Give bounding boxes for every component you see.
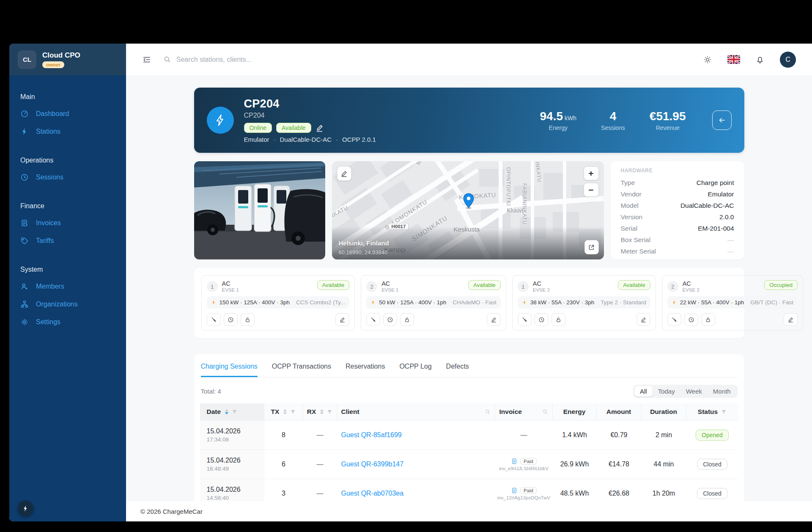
map-building xyxy=(543,173,565,199)
sidebar-item-dashboard[interactable]: Dashboard xyxy=(20,105,115,123)
client-link[interactable]: Guest QR-85af1699 xyxy=(341,431,402,439)
tab-defects[interactable]: Defects xyxy=(446,356,469,377)
column-header-duration[interactable]: Duration xyxy=(642,403,686,420)
hw-value: DualCable-DC-AC xyxy=(680,201,734,209)
sidebar-item-settings[interactable]: Settings xyxy=(20,313,115,331)
unlock-action-button[interactable] xyxy=(701,313,715,326)
app-window: CL Cloud CPO owner Main Dashboard Statio… xyxy=(9,44,812,521)
invoice-file-icon[interactable] xyxy=(511,458,518,465)
edit-connector-button[interactable] xyxy=(636,313,650,326)
filter-icon[interactable] xyxy=(232,409,237,415)
column-header-status[interactable]: Status xyxy=(686,403,738,420)
unlock-action-button[interactable] xyxy=(400,313,414,326)
station-map[interactable]: MINTTIE KAIVOKATU SALOMONKATU SIMONKATU … xyxy=(332,161,604,259)
sidebar-item-tariffs[interactable]: Tariffs xyxy=(20,232,115,250)
zoom-in-button[interactable]: + xyxy=(584,166,599,180)
hw-label: Vendor xyxy=(621,190,642,198)
sidebar-item-invoices[interactable]: Invoices xyxy=(20,214,115,232)
edit-location-button[interactable] xyxy=(337,166,351,181)
invoice-file-icon[interactable] xyxy=(511,487,518,494)
filter-icon[interactable] xyxy=(290,409,296,415)
edit-pencil-icon xyxy=(640,317,647,323)
station-photo[interactable] xyxy=(194,161,325,259)
notifications-button[interactable] xyxy=(755,55,765,64)
edit-connector-button[interactable] xyxy=(487,313,501,326)
open-map-button[interactable] xyxy=(584,240,599,254)
session-time: 14:56:40 xyxy=(207,495,229,501)
schedule-action-button[interactable] xyxy=(684,313,698,326)
schedule-action-button[interactable] xyxy=(224,313,238,326)
session-energy: 26.9 kWh xyxy=(553,450,597,479)
global-search[interactable] xyxy=(163,55,353,64)
client-link[interactable]: Guest QR-ab0703ea xyxy=(341,490,404,497)
clock-icon xyxy=(688,317,694,323)
tab-ocpp-transactions[interactable]: OCPP Transactions xyxy=(272,356,331,377)
filter-icon[interactable] xyxy=(721,409,727,415)
search-icon[interactable] xyxy=(542,409,548,415)
online-status-badge: Online xyxy=(244,123,272,133)
sidebar-item-sessions[interactable]: Sessions xyxy=(20,168,115,186)
session-row[interactable]: 15.04.2026 16:48:49 6 — Guest QR-6399b14… xyxy=(200,449,738,479)
filter-week[interactable]: Week xyxy=(680,386,708,397)
sort-icon[interactable] xyxy=(320,409,324,414)
column-header-tx[interactable]: TX xyxy=(264,403,303,420)
hw-value: EM-201-004 xyxy=(698,224,734,232)
filter-all[interactable]: All xyxy=(634,386,653,397)
edit-pencil-icon xyxy=(491,317,497,323)
theme-toggle-button[interactable] xyxy=(703,55,712,64)
sort-icon[interactable] xyxy=(225,409,228,414)
schedule-action-button[interactable] xyxy=(535,313,549,326)
tab-charging-sessions[interactable]: Charging Sessions xyxy=(201,356,258,377)
session-row[interactable]: 15.04.2026 17:34:08 8 — Guest QR-85af169… xyxy=(200,420,738,449)
tag-icon xyxy=(20,237,29,245)
session-status-badge: Closed xyxy=(697,459,727,470)
column-header-invoice[interactable]: Invoice xyxy=(495,403,553,420)
tab-reservations[interactable]: Reservations xyxy=(346,356,385,377)
cable-action-button[interactable] xyxy=(366,313,380,326)
column-header-amount[interactable]: Amount xyxy=(597,403,642,420)
unlock-action-button[interactable] xyxy=(241,313,255,326)
client-link[interactable]: Guest QR-6399b147 xyxy=(341,460,404,468)
collapse-sidebar-button[interactable] xyxy=(142,55,151,64)
cable-icon xyxy=(521,317,528,323)
zoom-out-button[interactable]: − xyxy=(584,183,599,197)
sidebar-item-stations[interactable]: Stations xyxy=(20,123,115,141)
edit-connector-button[interactable] xyxy=(335,313,349,326)
user-avatar[interactable]: C xyxy=(780,52,796,68)
station-stats: 94.5kWh Energy 4 Sessions €51.95 Revenue xyxy=(540,110,732,131)
tab-ocpp-log[interactable]: OCPP Log xyxy=(399,356,431,377)
unlock-action-button[interactable] xyxy=(551,313,565,326)
clock-icon xyxy=(387,317,393,323)
sessions-tabs: Charging Sessions OCPP Transactions Rese… xyxy=(200,356,738,378)
collapse-header-button[interactable] xyxy=(712,110,732,130)
sidebar-item-organizations[interactable]: Organizations xyxy=(20,295,115,313)
schedule-action-button[interactable] xyxy=(383,313,397,326)
session-amount: €14.78 xyxy=(597,450,642,479)
filter-today[interactable]: Today xyxy=(653,386,680,397)
edit-connector-button[interactable] xyxy=(784,313,798,326)
column-header-rx[interactable]: RX xyxy=(303,403,337,420)
column-header-date[interactable]: Date xyxy=(200,403,264,420)
column-header-energy[interactable]: Energy xyxy=(553,403,597,420)
language-switcher[interactable] xyxy=(727,55,740,64)
cable-action-button[interactable] xyxy=(518,313,532,326)
column-label: Amount xyxy=(606,408,631,416)
map-zoom-controls: + − xyxy=(584,166,599,197)
quick-charge-fab[interactable] xyxy=(18,501,33,516)
search-input[interactable] xyxy=(176,55,353,64)
column-header-client[interactable]: Client xyxy=(337,403,495,420)
hw-label: Type xyxy=(621,179,635,187)
hardware-row: Box Serial — xyxy=(621,234,734,245)
session-time: 17:34:08 xyxy=(207,436,229,443)
filter-month[interactable]: Month xyxy=(708,386,736,397)
cable-action-button[interactable] xyxy=(207,313,221,326)
hw-label: Box Serial xyxy=(621,236,651,244)
search-icon[interactable] xyxy=(485,409,491,415)
edit-station-button[interactable] xyxy=(315,124,324,132)
sidebar-item-members[interactable]: Members xyxy=(20,278,115,295)
filter-icon[interactable] xyxy=(327,409,332,415)
cable-action-button[interactable] xyxy=(667,313,681,326)
station-title: CP204 xyxy=(244,97,376,110)
sort-icon[interactable] xyxy=(283,409,287,414)
sidebar-header[interactable]: CL Cloud CPO owner xyxy=(9,44,126,75)
